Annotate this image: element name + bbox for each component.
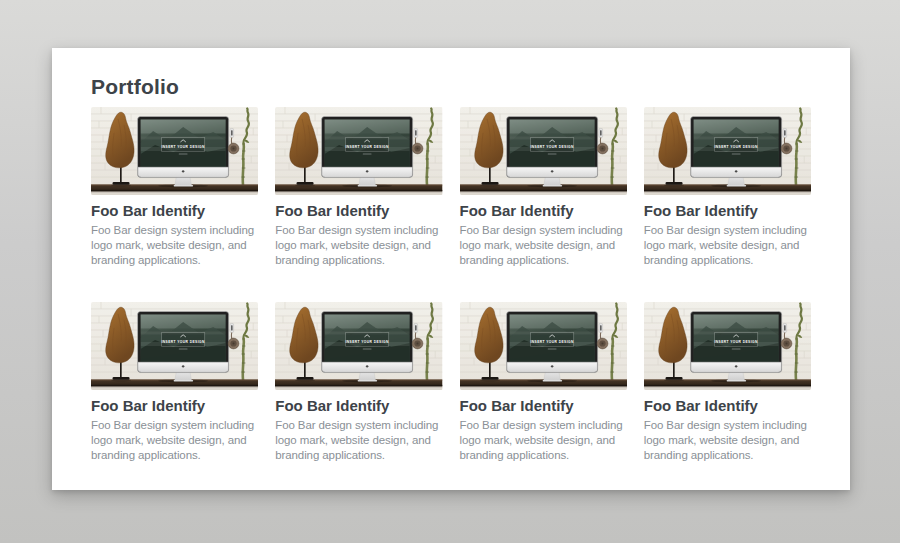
portfolio-item-title: Foo Bar Identify: [460, 397, 627, 414]
portfolio-card[interactable]: Foo Bar Identify Foo Bar design system i…: [644, 302, 811, 463]
portfolio-thumbnail[interactable]: [275, 302, 442, 390]
portfolio-thumbnail[interactable]: [644, 302, 811, 390]
portfolio-card[interactable]: Foo Bar Identify Foo Bar design system i…: [460, 302, 627, 463]
portfolio-item-title: Foo Bar Identify: [275, 202, 442, 219]
portfolio-item-description: Foo Bar design system including logo mar…: [91, 418, 258, 463]
portfolio-card[interactable]: Foo Bar Identify Foo Bar design system i…: [644, 107, 811, 268]
portfolio-item-description: Foo Bar design system including logo mar…: [91, 223, 258, 268]
portfolio-item-title: Foo Bar Identify: [644, 397, 811, 414]
portfolio-item-title: Foo Bar Identify: [91, 397, 258, 414]
portfolio-item-description: Foo Bar design system including logo mar…: [275, 418, 442, 463]
portfolio-thumbnail[interactable]: [460, 107, 627, 195]
portfolio-thumbnail[interactable]: [460, 302, 627, 390]
page-title: Portfolio: [91, 74, 811, 99]
portfolio-item-description: Foo Bar design system including logo mar…: [644, 223, 811, 268]
portfolio-item-description: Foo Bar design system including logo mar…: [644, 418, 811, 463]
portfolio-card[interactable]: Foo Bar Identify Foo Bar design system i…: [275, 302, 442, 463]
portfolio-thumbnail[interactable]: [91, 302, 258, 390]
portfolio-item-description: Foo Bar design system including logo mar…: [460, 418, 627, 463]
portfolio-card[interactable]: Foo Bar Identify Foo Bar design system i…: [275, 107, 442, 268]
portfolio-item-description: Foo Bar design system including logo mar…: [275, 223, 442, 268]
portfolio-item-title: Foo Bar Identify: [275, 397, 442, 414]
portfolio-card[interactable]: Foo Bar Identify Foo Bar design system i…: [460, 107, 627, 268]
portfolio-thumbnail[interactable]: [91, 107, 258, 195]
portfolio-item-title: Foo Bar Identify: [460, 202, 627, 219]
portfolio-thumbnail[interactable]: [644, 107, 811, 195]
portfolio-item-title: Foo Bar Identify: [91, 202, 258, 219]
portfolio-card[interactable]: Foo Bar Identify Foo Bar design system i…: [91, 302, 258, 463]
portfolio-thumbnail[interactable]: [275, 107, 442, 195]
portfolio-grid: Foo Bar Identify Foo Bar design system i…: [91, 107, 811, 463]
portfolio-page: Portfolio Foo Bar Identify Foo Bar desig…: [52, 48, 850, 490]
portfolio-item-description: Foo Bar design system including logo mar…: [460, 223, 627, 268]
portfolio-item-title: Foo Bar Identify: [644, 202, 811, 219]
portfolio-card[interactable]: Foo Bar Identify Foo Bar design system i…: [91, 107, 258, 268]
